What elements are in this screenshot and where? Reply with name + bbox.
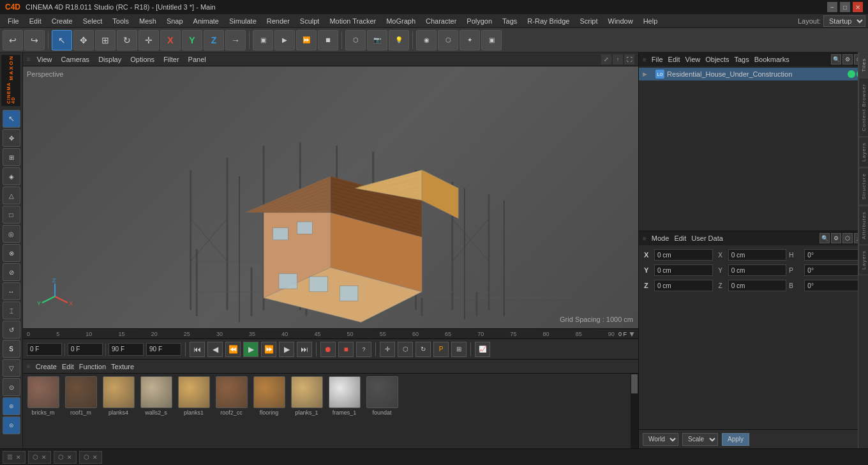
menu-edit[interactable]: Edit [24,16,47,26]
menu-help[interactable]: Help [638,16,663,26]
next-frame-button[interactable]: ▶ [279,342,294,357]
max-frame-field[interactable]: 90 F [146,343,181,356]
coord-b-val[interactable]: 0° [804,280,863,291]
vp-menu-panel[interactable]: Panel [186,55,209,64]
mat-menu-create[interactable]: Create [36,363,57,370]
vp-btn-arrows[interactable]: ⤢ [601,54,611,65]
menu-snap[interactable]: Snap [161,16,188,26]
material-item-6[interactable]: flooring [251,376,287,416]
viewport-3d[interactable]: Perspective [23,66,638,328]
help-transport-button[interactable]: ? [356,342,371,357]
tool-s[interactable]: S [3,340,20,358]
layout-select[interactable]: Startup [823,15,865,27]
material-item-9[interactable]: foundat [364,376,400,416]
minimize-button[interactable]: − [827,2,837,12]
menu-tools[interactable]: Tools [107,16,134,26]
timeline-button[interactable]: ⊞ [451,342,467,357]
motion-path-button[interactable]: P [433,342,449,357]
redo-button[interactable]: ↪ [24,30,45,50]
mat-menu-edit[interactable]: Edit [62,363,74,370]
world-space-select[interactable]: World [643,433,678,446]
material-scrollbar[interactable] [631,374,638,448]
obj-search-btn[interactable]: 🔍 [831,54,841,65]
material-item-0[interactable]: bricks_m [26,376,61,416]
mat-menu-function[interactable]: Function [79,363,106,370]
obj-mode-button[interactable]: ◉ [416,30,437,50]
vp-menu-filter[interactable]: Filter [161,55,181,64]
jump-end-button[interactable]: ⏭ [297,342,312,357]
f-curve-button[interactable]: 📈 [475,342,490,357]
vp-menu-view[interactable]: View [34,55,55,64]
frame-arrow[interactable]: ▼ [628,330,636,339]
coord-y-pos[interactable]: 0 cm [654,264,713,276]
menu-animate[interactable]: Animate [188,16,224,26]
tool-weld[interactable]: ↔ [3,282,20,300]
rtab-layers2[interactable]: Layers [858,245,868,275]
attr-menu-mode[interactable]: Mode [652,234,670,242]
attr-expand-btn[interactable]: ⬡ [842,233,853,243]
menu-sculpt[interactable]: Sculpt [295,16,325,26]
rtab-structure[interactable]: Structure [858,167,868,205]
attr-search-btn[interactable]: 🔍 [819,233,830,243]
material-item-5[interactable]: roof2_cc [214,376,249,416]
stop-render-button[interactable]: ⏹ [318,30,338,50]
obj-row-main[interactable]: ▶ L0 Residential_House_Under_Constructio… [639,68,868,80]
coord-x-pos[interactable]: 0 cm [654,249,713,261]
vp-menu-options[interactable]: Options [128,55,157,64]
render-to-po-button[interactable]: ⏩ [296,30,317,50]
obj-menu-tags[interactable]: Tags [735,56,749,63]
vp-menu-cameras[interactable]: Cameras [59,55,93,64]
render-region-button[interactable]: ▣ [253,30,273,50]
attr-menu-user-data[interactable]: User Data [691,234,723,242]
tool-magnet[interactable]: ⊙ [3,378,20,396]
menu-render[interactable]: Render [262,16,295,26]
coord-p-val[interactable]: 0° [804,264,863,276]
rtab-attributes-side[interactable]: Attributes [858,206,868,245]
attr-menu-edit[interactable]: Edit [674,234,686,242]
obj-menu-objects[interactable]: Objects [705,56,729,63]
apply-button[interactable]: Apply [722,433,749,446]
material-item-4[interactable]: planks1 [176,376,211,416]
key-frame-button[interactable]: ⬡ [398,342,413,357]
tool-subdivide[interactable]: ⊞ [3,148,20,166]
vp-btn-fullscreen[interactable]: ⛶ [624,54,634,65]
transform-tool-button[interactable]: ✛ [138,30,159,50]
edge-mode-button[interactable]: ⬡ [438,30,458,50]
snap-to-frame-button[interactable]: ✛ [380,342,395,357]
vp-menu-display[interactable]: Display [96,55,124,64]
tool-smooth[interactable]: △ [3,187,20,204]
tool-live-select[interactable]: ↖ [3,110,20,128]
rtab-content-browser[interactable]: Content Browser [858,78,868,137]
tool-knife[interactable]: ⌶ [3,301,20,319]
menu-character[interactable]: Character [421,16,461,26]
tool-circle[interactable]: ◎ [3,225,20,243]
obj-vis-green[interactable] [848,70,855,78]
vp-btn-up[interactable]: ↑ [613,54,623,65]
menu-motion-tracker[interactable]: Motion Tracker [324,16,381,26]
coord-y-rot[interactable]: 0 cm [728,264,787,276]
attr-settings-btn[interactable]: ⚙ [831,233,841,243]
menu-window[interactable]: Window [603,16,638,26]
menu-mograph[interactable]: MoGraph [381,16,421,26]
obj-menu-file[interactable]: File [652,56,663,63]
coord-z-scale[interactable]: 0 cm [728,280,787,291]
rtab-layers[interactable]: Layers [858,137,868,167]
axis-y-button[interactable]: Y [182,30,202,50]
tool-box[interactable]: □ [3,206,20,224]
play-button[interactable]: ▶ [243,342,258,357]
view-mode-button[interactable]: ⬡ [345,30,366,50]
menu-mesh[interactable]: Mesh [134,16,161,26]
select-tool-button[interactable]: ↖ [52,30,72,50]
scale-tool-button[interactable]: ⊞ [95,30,116,50]
tool-move[interactable]: ✥ [3,129,20,147]
scale-select[interactable]: Scale [682,433,718,446]
obj-menu-bookmarks[interactable]: Bookmarks [754,56,789,63]
render-view-button[interactable]: ▶ [274,30,295,50]
menu-vray[interactable]: R-Ray Bridge [522,16,574,26]
menu-create[interactable]: Create [47,16,78,26]
coord-x-rot[interactable]: 0 cm [728,249,787,261]
camera-button[interactable]: 📷 [367,30,387,50]
taskbar-item-4[interactable]: ⬡ ✕ [79,451,102,464]
material-item-1[interactable]: roof1_m [63,376,98,416]
axis-all-button[interactable]: → [225,30,246,50]
